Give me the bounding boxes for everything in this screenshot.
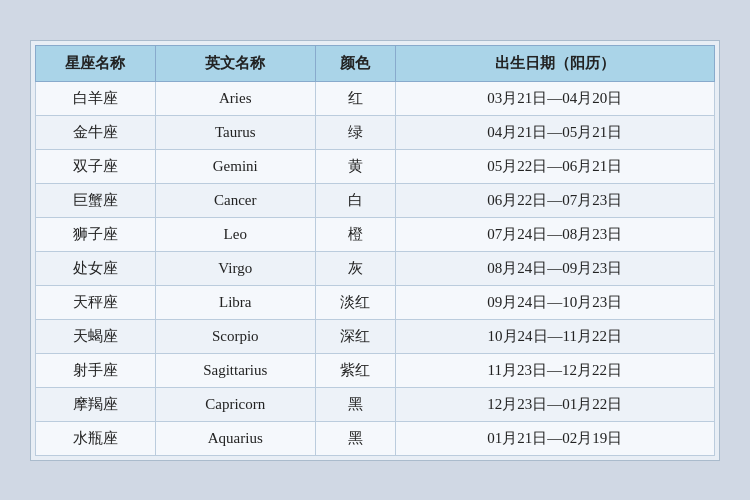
cell-english: Gemini — [155, 149, 315, 183]
cell-date: 12月23日—01月22日 — [395, 387, 714, 421]
cell-color: 紫红 — [315, 353, 395, 387]
cell-english: Cancer — [155, 183, 315, 217]
table-row: 水瓶座Aquarius黑01月21日—02月19日 — [36, 421, 715, 455]
cell-color: 灰 — [315, 251, 395, 285]
cell-date: 05月22日—06月21日 — [395, 149, 714, 183]
table-row: 射手座Sagittarius紫红11月23日—12月22日 — [36, 353, 715, 387]
cell-chinese: 金牛座 — [36, 115, 156, 149]
cell-date: 04月21日—05月21日 — [395, 115, 714, 149]
cell-chinese: 射手座 — [36, 353, 156, 387]
table-row: 巨蟹座Cancer白06月22日—07月23日 — [36, 183, 715, 217]
cell-date: 09月24日—10月23日 — [395, 285, 714, 319]
cell-chinese: 天蝎座 — [36, 319, 156, 353]
header-color: 颜色 — [315, 45, 395, 81]
table-row: 天秤座Libra淡红09月24日—10月23日 — [36, 285, 715, 319]
cell-chinese: 白羊座 — [36, 81, 156, 115]
table-body: 白羊座Aries红03月21日—04月20日金牛座Taurus绿04月21日—0… — [36, 81, 715, 455]
table-header-row: 星座名称 英文名称 颜色 出生日期（阳历） — [36, 45, 715, 81]
header-chinese: 星座名称 — [36, 45, 156, 81]
cell-color: 白 — [315, 183, 395, 217]
cell-color: 深红 — [315, 319, 395, 353]
cell-color: 黑 — [315, 387, 395, 421]
cell-date: 10月24日—11月22日 — [395, 319, 714, 353]
cell-chinese: 处女座 — [36, 251, 156, 285]
cell-color: 橙 — [315, 217, 395, 251]
cell-english: Leo — [155, 217, 315, 251]
header-english: 英文名称 — [155, 45, 315, 81]
cell-chinese: 狮子座 — [36, 217, 156, 251]
table-row: 处女座Virgo灰08月24日—09月23日 — [36, 251, 715, 285]
cell-color: 绿 — [315, 115, 395, 149]
cell-english: Virgo — [155, 251, 315, 285]
cell-color: 黄 — [315, 149, 395, 183]
cell-english: Aquarius — [155, 421, 315, 455]
cell-date: 01月21日—02月19日 — [395, 421, 714, 455]
cell-english: Taurus — [155, 115, 315, 149]
table-row: 狮子座Leo橙07月24日—08月23日 — [36, 217, 715, 251]
zodiac-table-container: 星座名称 英文名称 颜色 出生日期（阳历） 白羊座Aries红03月21日—04… — [30, 40, 720, 461]
cell-chinese: 摩羯座 — [36, 387, 156, 421]
cell-date: 06月22日—07月23日 — [395, 183, 714, 217]
cell-date: 11月23日—12月22日 — [395, 353, 714, 387]
cell-english: Sagittarius — [155, 353, 315, 387]
cell-english: Capricorn — [155, 387, 315, 421]
header-date: 出生日期（阳历） — [395, 45, 714, 81]
cell-color: 红 — [315, 81, 395, 115]
cell-chinese: 水瓶座 — [36, 421, 156, 455]
table-row: 金牛座Taurus绿04月21日—05月21日 — [36, 115, 715, 149]
cell-color: 淡红 — [315, 285, 395, 319]
table-row: 双子座Gemini黄05月22日—06月21日 — [36, 149, 715, 183]
cell-english: Libra — [155, 285, 315, 319]
cell-chinese: 天秤座 — [36, 285, 156, 319]
cell-english: Scorpio — [155, 319, 315, 353]
table-row: 摩羯座Capricorn黑12月23日—01月22日 — [36, 387, 715, 421]
cell-chinese: 巨蟹座 — [36, 183, 156, 217]
table-row: 白羊座Aries红03月21日—04月20日 — [36, 81, 715, 115]
cell-date: 03月21日—04月20日 — [395, 81, 714, 115]
table-row: 天蝎座Scorpio深红10月24日—11月22日 — [36, 319, 715, 353]
cell-color: 黑 — [315, 421, 395, 455]
cell-chinese: 双子座 — [36, 149, 156, 183]
cell-date: 07月24日—08月23日 — [395, 217, 714, 251]
cell-english: Aries — [155, 81, 315, 115]
cell-date: 08月24日—09月23日 — [395, 251, 714, 285]
zodiac-table: 星座名称 英文名称 颜色 出生日期（阳历） 白羊座Aries红03月21日—04… — [35, 45, 715, 456]
